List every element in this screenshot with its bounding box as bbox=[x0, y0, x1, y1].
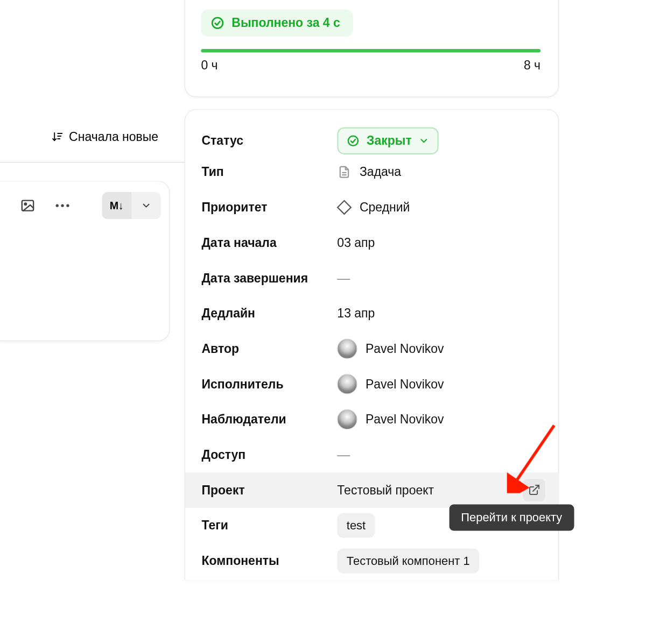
start-date-value: 03 апр bbox=[337, 236, 375, 250]
label-end-date: Дата завершения bbox=[201, 271, 337, 285]
row-components: Компоненты Тестовый компонент 1 bbox=[185, 543, 558, 579]
row-author: Автор Pavel Novikov bbox=[185, 331, 558, 366]
progress-bar bbox=[201, 49, 540, 53]
label-deadline: Дедлайн bbox=[201, 306, 337, 320]
label-components: Компоненты bbox=[201, 554, 337, 568]
type-value: Задача bbox=[360, 165, 401, 179]
row-assignee: Исполнитель Pavel Novikov bbox=[185, 366, 558, 402]
markdown-mode-button[interactable]: M↓ bbox=[102, 192, 131, 219]
svg-point-3 bbox=[61, 204, 64, 207]
sort-control[interactable]: Сначала новые bbox=[50, 130, 158, 144]
avatar bbox=[337, 339, 357, 359]
svg-point-1 bbox=[25, 203, 27, 205]
component-chip[interactable]: Тестовый компонент 1 bbox=[337, 548, 479, 573]
label-project: Проект bbox=[201, 483, 337, 497]
svg-point-2 bbox=[56, 204, 59, 207]
progress-chip: Выполнено за 4 с bbox=[201, 10, 353, 37]
row-status: Статус Закрыт bbox=[185, 110, 558, 154]
diamond-icon bbox=[337, 200, 352, 215]
row-start-date: Дата начала 03 апр bbox=[185, 225, 558, 260]
avatar bbox=[337, 409, 357, 429]
document-icon bbox=[337, 165, 351, 179]
row-deadline: Дедлайн 13 апр bbox=[185, 296, 558, 331]
progress-end: 8 ч bbox=[524, 58, 540, 72]
markdown-toggle[interactable]: M↓ bbox=[102, 192, 161, 219]
label-tags: Теги bbox=[201, 519, 337, 533]
project-value: Тестовый проект bbox=[337, 483, 434, 497]
access-value: — bbox=[337, 447, 350, 462]
label-type: Тип bbox=[201, 165, 337, 179]
svg-point-5 bbox=[212, 18, 223, 29]
label-start-date: Дата начала bbox=[201, 236, 337, 250]
progress-card: Выполнено за 4 с 0 ч 8 ч bbox=[185, 0, 559, 97]
sort-desc-icon bbox=[50, 130, 64, 144]
project-tooltip: Перейти к проекту bbox=[449, 504, 574, 530]
divider bbox=[0, 162, 185, 162]
label-author: Автор bbox=[201, 342, 337, 356]
row-project[interactable]: Проект Тестовый проект bbox=[185, 472, 558, 508]
image-icon[interactable] bbox=[18, 196, 38, 216]
comment-toolbar-card: M↓ bbox=[0, 181, 170, 341]
svg-point-4 bbox=[66, 204, 69, 207]
row-type: Тип Задача bbox=[185, 154, 558, 190]
tag-chip[interactable]: test bbox=[337, 513, 375, 538]
status-value: Закрыт bbox=[367, 134, 412, 148]
row-priority: Приоритет Средний bbox=[185, 190, 558, 225]
more-icon[interactable] bbox=[52, 196, 72, 216]
open-project-button[interactable] bbox=[523, 479, 545, 501]
assignee-value: Pavel Novikov bbox=[366, 377, 444, 391]
label-priority: Приоритет bbox=[201, 200, 337, 214]
label-access: Доступ bbox=[201, 448, 337, 462]
deadline-value: 13 апр bbox=[337, 306, 375, 320]
label-assignee: Исполнитель bbox=[201, 377, 337, 391]
row-end-date: Дата завершения — bbox=[185, 260, 558, 296]
chevron-down-icon bbox=[419, 136, 430, 146]
svg-line-9 bbox=[533, 485, 539, 491]
author-value: Pavel Novikov bbox=[366, 342, 444, 356]
priority-value: Средний bbox=[360, 200, 410, 214]
check-circle-icon bbox=[347, 135, 360, 147]
svg-point-6 bbox=[348, 136, 358, 146]
sort-label: Сначала новые bbox=[69, 130, 158, 144]
left-column: Сначала новые M↓ bbox=[0, 0, 185, 644]
row-access: Доступ — bbox=[185, 437, 558, 472]
check-circle-icon bbox=[210, 16, 224, 30]
label-watchers: Наблюдатели bbox=[201, 413, 337, 427]
label-status: Статус bbox=[201, 134, 337, 148]
status-chip-closed[interactable]: Закрыт bbox=[337, 128, 439, 154]
chevron-down-icon[interactable] bbox=[131, 192, 161, 219]
end-date-value: — bbox=[337, 271, 350, 286]
progress-start: 0 ч bbox=[201, 58, 217, 72]
row-watchers: Наблюдатели Pavel Novikov bbox=[185, 402, 558, 437]
avatar bbox=[337, 374, 357, 394]
external-link-icon bbox=[528, 484, 540, 497]
watchers-value: Pavel Novikov bbox=[366, 413, 444, 427]
progress-chip-label: Выполнено за 4 с bbox=[231, 16, 340, 30]
